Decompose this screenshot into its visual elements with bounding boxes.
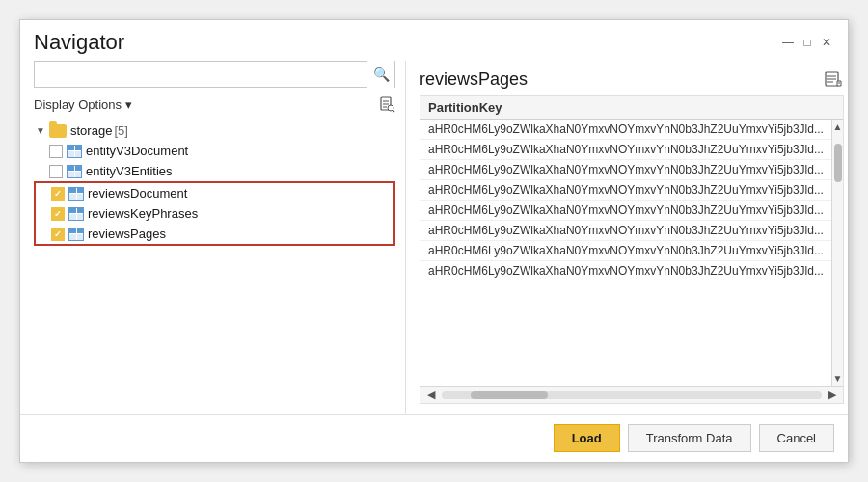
table-row: aHR0cHM6Ly9oZWlkaXhaN0YmxvNOYmxvYnN0b3Jh… [420,201,831,221]
tree-reviewskeyphrases-item[interactable]: ✓ reviewsKeyPhrases [49,203,393,224]
checkbox-checked-icon[interactable]: ✓ [51,187,65,201]
cancel-button[interactable]: Cancel [759,424,834,452]
transform-data-button[interactable]: Transform Data [628,424,751,452]
checkbox-empty-icon[interactable] [49,145,63,158]
main-content: 🔍 Display Options ▾ [20,61,848,414]
close-button[interactable]: ✕ [819,35,834,50]
window-controls: — □ ✕ [780,35,834,50]
h-scroll-thumb[interactable] [471,391,548,399]
table-row: aHR0cHM6Ly9oZWlkaXhaN0YmxvNOYmxvYnN0b3Jh… [420,261,831,281]
load-button[interactable]: Load [554,424,620,452]
footer: Load Transform Data Cancel [20,414,848,462]
table-row: aHR0cHM6Ly9oZWlkaXhaN0YmxvNOYmxvYnN0b3Jh… [420,160,831,180]
tree-reviewsdocument-item[interactable]: ✓ reviewsDocument [49,183,393,203]
storage-label: storage [70,123,112,138]
checkbox-checked-icon[interactable]: ✓ [51,228,65,241]
scroll-left-icon[interactable]: ◀ [424,388,438,401]
table-icon [68,207,84,221]
dropdown-arrow-icon: ▾ [125,97,132,112]
table-row: aHR0cHM6Ly9oZWlkaXhaN0YmxvNOYmxvYnN0b3Jh… [420,241,831,261]
title-bar: Navigator — □ ✕ [20,20,848,61]
selected-group: ✓ reviewsDocument ✓ [34,181,395,246]
doc-icon[interactable] [378,95,395,113]
display-options-button[interactable]: Display Options ▾ [34,97,132,112]
table-row: aHR0cHM6Ly9oZWlkaXhaN0YmxvNOYmxvYnN0b3Jh… [420,140,831,160]
right-panel: reviewsPages PartitionKey [406,61,848,414]
scroll-thumb[interactable] [834,144,842,182]
table-row: aHR0cHM6Ly9oZWlkaXhaN0YmxvNOYmxvYnN0b3Jh… [420,180,831,201]
table-body: aHR0cHM6Ly9oZWlkaXhaN0YmxvNOYmxvYnN0b3Jh… [420,120,831,386]
folder-icon [49,124,67,138]
tree-entityv3entities-item[interactable]: entityV3Entities [47,161,395,181]
table-icon [67,145,82,158]
storage-count: [5] [114,123,127,138]
table-icon [67,165,82,178]
h-scroll-track [442,391,822,399]
vertical-scrollbar[interactable]: ▲ ▼ [831,120,843,386]
search-button[interactable]: 🔍 [367,61,394,88]
table-icon [68,228,84,241]
horizontal-scrollbar[interactable]: ◀ ▶ [420,386,843,403]
scroll-down-icon[interactable]: ▼ [830,371,842,386]
navigator-dialog: Navigator — □ ✕ 🔍 Display Options ▾ [19,19,849,463]
entity-v3-entities-label: entityV3Entities [86,164,173,178]
preview-icon[interactable] [823,68,844,90]
reviews-pages-label: reviewsPages [88,227,166,241]
minimize-button[interactable]: — [780,35,796,50]
preview-title: reviewsPages [420,69,528,90]
reviews-document-label: reviewsDocument [88,186,187,201]
data-table: PartitionKey aHR0cHM6Ly9oZWlkaXhaN0YmxvN… [420,95,844,404]
table-header: PartitionKey [420,96,843,120]
table-row: aHR0cHM6Ly9oZWlkaXhaN0YmxvNOYmxvYnN0b3Jh… [420,221,831,241]
display-options-row: Display Options ▾ [34,95,395,113]
tree-entityv3document-item[interactable]: entityV3Document [47,141,395,161]
tree-area: ▼ storage [5] entityV3Document [34,120,395,404]
tree-storage-item[interactable]: ▼ storage [5] [34,120,395,141]
dialog-title: Navigator [34,30,124,55]
svg-line-5 [393,111,395,113]
expand-arrow-icon: ▼ [36,125,49,136]
scroll-up-icon[interactable]: ▲ [830,120,842,134]
entity-v3-document-label: entityV3Document [86,144,188,158]
reviews-keyphrases-label: reviewsKeyPhrases [88,206,198,221]
preview-header: reviewsPages [420,61,844,95]
tree-reviewspages-item[interactable]: ✓ reviewsPages [49,224,393,244]
table-icon [68,187,84,201]
scroll-right-icon[interactable]: ▶ [826,388,839,401]
search-input[interactable] [35,67,367,82]
scroll-track [832,134,843,371]
display-options-label: Display Options [34,97,122,112]
left-panel: 🔍 Display Options ▾ [20,61,406,414]
table-body-container: aHR0cHM6Ly9oZWlkaXhaN0YmxvNOYmxvYnN0b3Jh… [420,120,843,386]
checkbox-empty-icon[interactable] [49,165,63,178]
column-header-label: PartitionKey [428,100,502,115]
table-row: aHR0cHM6Ly9oZWlkaXhaN0YmxvNOYmxvYnN0b3Jh… [420,120,831,140]
svg-point-4 [388,105,393,111]
checkbox-checked-icon[interactable]: ✓ [51,207,65,221]
maximize-button[interactable]: □ [800,35,815,50]
search-bar: 🔍 [34,61,395,88]
